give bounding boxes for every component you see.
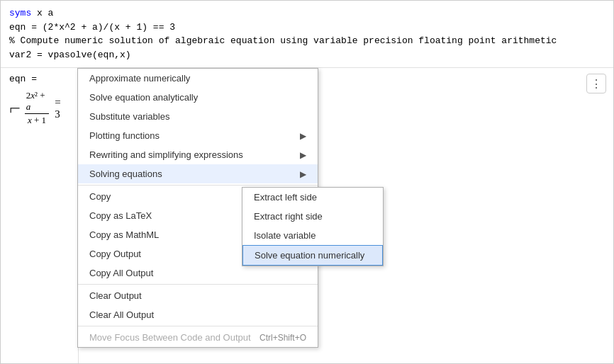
- left-bracket: ⌐: [9, 97, 21, 120]
- three-dot-button[interactable]: ⋮: [586, 74, 606, 93]
- separator-3: [78, 326, 318, 326]
- menu-label-copy-output: Copy Output: [89, 249, 141, 259]
- submenu-item-isolate[interactable]: Isolate variable: [242, 226, 383, 245]
- submenu-label-extract-right: Extract right side: [254, 211, 323, 222]
- main-container: syms x a eqn = (2*x^2 + a)/(x + 1) == 3 …: [0, 0, 614, 364]
- numerator: 2x² + a: [25, 90, 49, 114]
- code-line-1: syms x a: [9, 6, 605, 21]
- submenu-label-solve-numerically: Solve equation numerically: [255, 250, 364, 261]
- menu-item-clear-all-output[interactable]: Clear All Output: [78, 305, 318, 324]
- menu-label-copy-mathml: Copy as MathML: [89, 229, 159, 240]
- menu-label-rewriting: Rewriting and simplifying expressions: [89, 149, 243, 160]
- submenu-item-solve-numerically[interactable]: Solve equation numerically: [242, 245, 383, 266]
- menu-label-copy-all-output: Copy All Output: [89, 268, 153, 278]
- menu-label-solve-analytically: Solve equation analytically: [89, 92, 198, 103]
- fraction: 2x² + a x + 1: [25, 90, 49, 126]
- menu-item-solving[interactable]: Solving equations ▶: [78, 164, 318, 183]
- menu-label-copy: Copy: [89, 191, 111, 202]
- menu-item-move-focus: Move Focus Between Code and Output Ctrl+…: [78, 328, 318, 347]
- submenu-item-extract-right[interactable]: Extract right side: [242, 207, 383, 226]
- submenu-label-isolate: Isolate variable: [254, 230, 316, 241]
- menu-label-clear-output: Clear Output: [89, 290, 142, 301]
- menu-label-substitute: Substitute variables: [89, 111, 169, 122]
- menu-item-rewriting[interactable]: Rewriting and simplifying expressions ▶: [78, 145, 318, 164]
- menu-label-move-focus: Move Focus Between Code and Output: [89, 332, 251, 343]
- arrow-icon-solving: ▶: [300, 169, 306, 179]
- submenu-item-extract-left[interactable]: Extract left side: [242, 188, 383, 207]
- menu-label-plotting: Plotting functions: [89, 130, 160, 141]
- menu-label-approximate: Approximate numerically: [89, 73, 190, 84]
- submenu: Extract left side Extract right side Iso…: [242, 187, 384, 266]
- denominator: x + 1: [26, 114, 48, 126]
- menu-item-solve-analytically[interactable]: Solve equation analytically: [78, 88, 318, 107]
- menu-item-clear-output[interactable]: Clear Output: [78, 286, 318, 305]
- output-label: eqn =: [9, 74, 69, 84]
- arrow-icon-plotting: ▶: [300, 131, 306, 141]
- menu-item-plotting[interactable]: Plotting functions ▶: [78, 126, 318, 145]
- code-line-2: eqn = (2*x^2 + a)/(x + 1) == 3: [9, 21, 605, 35]
- menu-label-copy-latex: Copy as LaTeX: [89, 210, 152, 221]
- three-dot-icon: ⋮: [591, 77, 602, 91]
- menu-item-substitute[interactable]: Substitute variables: [78, 107, 318, 126]
- separator-2: [78, 284, 318, 285]
- code-area: syms x a eqn = (2*x^2 + a)/(x + 1) == 3 …: [1, 1, 613, 68]
- menu-label-clear-all-output: Clear All Output: [89, 309, 154, 320]
- arrow-icon-rewriting: ▶: [300, 150, 306, 160]
- equation-display: ⌐ 2x² + a x + 1 = 3: [9, 90, 69, 126]
- menu-label-solving: Solving equations: [89, 169, 162, 179]
- separator-1: [78, 185, 318, 186]
- eq-sign: = 3: [55, 96, 67, 120]
- code-line-4: var2 = vpasolve(eqn,x): [9, 48, 605, 62]
- code-line-3: % Compute numeric solution of algebraic …: [9, 34, 605, 48]
- content-area: eqn = ⌐ 2x² + a x + 1 = 3 Approximate nu…: [1, 68, 613, 363]
- output-area: eqn = ⌐ 2x² + a x + 1 = 3: [1, 68, 79, 363]
- submenu-label-extract-left: Extract left side: [254, 192, 317, 203]
- menu-item-approximate[interactable]: Approximate numerically: [78, 69, 318, 88]
- menu-item-copy-all-output[interactable]: Copy All Output: [78, 263, 318, 283]
- shortcut-move-focus: Ctrl+Shift+O: [259, 333, 306, 343]
